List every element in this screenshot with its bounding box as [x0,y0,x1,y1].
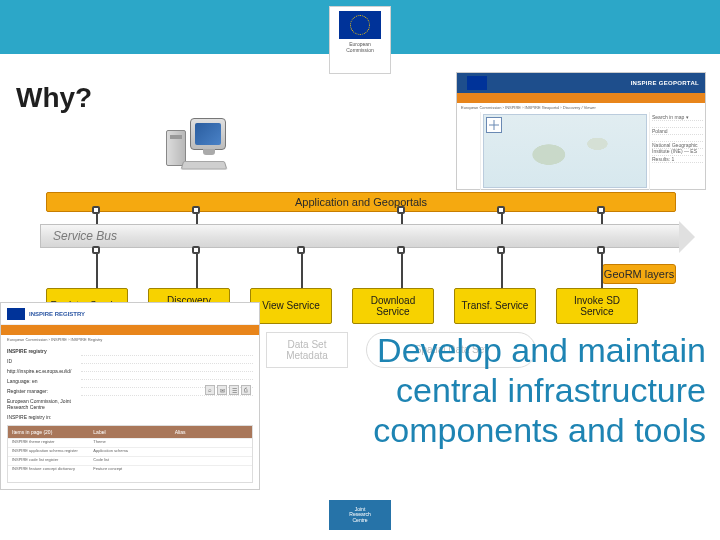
map-nav-icon [486,117,502,133]
registry-left-panel: INSPIRE registry ID http://inspire.ec.eu… [1,344,81,434]
geoportal-breadcrumb: European Commission › INSPIRE › INSPIRE … [457,103,705,112]
registry-header: INSPIRE REGISTRY [1,303,259,325]
ec-logo-text: European Commission [346,42,374,53]
table-header: Items in page (20) Label Alias [8,426,252,438]
eu-flag-icon [339,11,381,39]
table-row: INSPIRE application schema registerAppli… [8,447,252,456]
eu-flag-icon [7,308,25,320]
header-bar: European Commission [0,0,720,54]
service-download: Download Service [352,288,434,324]
eu-flag-icon [467,76,487,90]
print-icon: ⎙ [241,385,251,395]
service-bus: Service Bus [40,224,682,248]
mail-icon: ✉ [217,385,227,395]
conclusion-text: Develop and maintain central infrastruct… [246,330,706,450]
layer-application: Application and Geoportals [46,192,676,212]
table-row: INSPIRE feature concept dictionaryFeatur… [8,465,252,474]
service-transform: Transf. Service [454,288,536,324]
service-view: View Service [250,288,332,324]
registry-breadcrumb: European Commission › INSPIRE › INSPIRE … [1,335,259,344]
registry-tool-icons: ⌕ ✉ ☰ ⎙ [205,385,251,395]
table-row: INSPIRE code list registerCode list [8,456,252,465]
slide-heading: Why? [16,82,92,114]
geoportal-subheader [457,93,705,103]
table-row: INSPIRE theme registerTheme [8,438,252,447]
jrc-logo: Joint Research Centre [329,500,391,530]
registry-subheader [1,325,259,335]
menu-icon: ☰ [229,385,239,395]
search-icon: ⌕ [205,385,215,395]
geoportal-header: INSPIRE GEOPORTAL [457,73,705,93]
registry-screenshot: INSPIRE REGISTRY European Commission › I… [0,302,260,490]
ec-logo: European Commission [329,6,391,74]
computer-icon [166,118,226,172]
service-invoke-sd: Invoke SD Service [556,288,638,324]
layer-georm: GeoRM layers [602,264,676,284]
registry-table: Items in page (20) Label Alias INSPIRE t… [7,425,253,483]
